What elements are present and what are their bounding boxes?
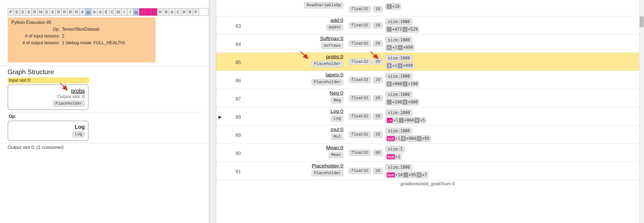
probs-node-link[interactable]: probs [71,88,85,94]
tensor-row[interactable]: 87Neg:0Negfloat322Dsize:1000-×100 0×900 [216,89,639,107]
tensor-name-link[interactable]: Neg:0 [329,90,343,96]
row-number: 86 [226,72,250,84]
tensor-row[interactable]: 91Placeholder:0Placeholderfloat322Dsize:… [216,162,639,180]
count-tag: - [387,100,392,105]
timeline-cell[interactable]: R [157,8,163,15]
tensor-name-link[interactable]: Softmax:0 [320,36,343,42]
tensor-name-link[interactable]: Placeholder:0 [312,163,343,169]
row-number: 87 [226,90,250,102]
panel-divider[interactable] [209,0,216,223]
tensor-row[interactable]: 86labels:0Placeholderfloat322Dsize:10000… [216,71,639,89]
tensor-name-link[interactable]: labels:0 [326,72,344,78]
timeline-cell[interactable]: R [62,8,68,15]
expand-toggle[interactable] [218,163,226,169]
tensor-row[interactable]: ▶88Log:0Logfloat322Dsize:1000-∞×1 -×994 … [216,107,639,125]
stats-cell: size:10000×1 +×999 [385,37,414,51]
op-type-chip[interactable]: Softmax [321,43,343,49]
timeline-cell[interactable]: m [133,8,139,15]
row-number: 85 [226,54,250,65]
timeline-cell[interactable]: S [20,8,26,15]
expand-toggle[interactable] [218,17,226,23]
tensor-name-link[interactable]: Mean:0 [326,145,343,151]
timeline-cell[interactable]: R [56,8,62,15]
tensor-name-cell: probs:0Placeholder [250,54,346,67]
tensor-name-link[interactable]: probs:0 [326,54,343,60]
timeline-cell[interactable]: C [175,8,181,15]
expand-toggle[interactable] [218,1,226,7]
expand-toggle[interactable]: ▶ [218,108,226,120]
timeline-cell[interactable]: M [115,8,121,15]
count-value: ×10 [395,172,403,177]
stats-cell: size:1000-×471 +×529 [385,18,419,33]
tensor-name-cell: Neg:0Neg [250,90,346,103]
input-node-box[interactable]: probs Output slot: 0 Placeholder [8,84,89,110]
op-type-chip[interactable]: ReadVariableOp [304,2,343,8]
dimension-chip: 2D [373,40,383,47]
timeline-cell[interactable]: R [187,8,193,15]
probs-op-chip[interactable]: Placeholder [53,100,85,107]
op-chip[interactable]: Log [73,131,85,137]
timeline-cell[interactable]: A [98,8,103,15]
expand-toggle[interactable] [218,54,226,60]
timeline-cell[interactable]: m [86,8,92,15]
op-type-chip[interactable]: AddV2 [326,24,343,31]
timeline-cell[interactable]: I [127,8,133,15]
row-number: 90 [226,145,250,156]
timeline-cell[interactable]: A [169,8,175,15]
tensor-row[interactable]: ReadVariableOpfloat321D+×10 [216,0,639,16]
timeline-cell[interactable]: M [38,8,44,15]
tensor-row[interactable]: 83add:0AddV2float322Dsize:1000-×471 +×52… [216,16,639,34]
tensor-name-link[interactable]: Log:0 [330,108,343,114]
expand-toggle[interactable] [218,145,226,151]
count-value: ×529 [408,27,418,32]
expand-toggle[interactable] [218,127,226,133]
timeline-cell[interactable]: ! [139,8,145,15]
op-type-chip[interactable]: Neg [331,97,343,103]
timeline-cell[interactable]: S [14,8,20,15]
timeline-cell[interactable]: S [26,8,32,15]
timeline-cell[interactable]: - [151,8,157,15]
tensor-name-cell: Softmax:0Softmax [250,36,346,49]
op-section-label: Op: [8,112,201,120]
timeline-cell[interactable]: A [92,8,98,15]
tensor-name-link[interactable]: mul:0 [331,127,343,133]
timeline-cell[interactable]: S [44,8,50,15]
timeline-cell[interactable]: R [74,8,80,15]
tensor-row[interactable]: 89mul:0Mulfloat322Dsize:1000NaN×1 0×904 … [216,125,639,144]
size-chip: size:1000 [385,128,412,134]
detail-label: Op: [11,26,62,33]
tensor-row[interactable]: 84Softmax:0Softmaxfloat322Dsize:10000×1 … [216,34,639,53]
timeline-cell[interactable]: R [68,8,74,15]
timeline-cell[interactable]: S [50,8,56,15]
op-type-chip[interactable]: Mean [329,152,343,158]
timeline-cell[interactable]: R [32,8,38,15]
tensor-row[interactable]: 90Mean:0Meanfloat320Dsize:1NaN×1 [216,144,639,162]
timeline-cell[interactable]: R [181,8,187,15]
timeline-cell[interactable]: C [109,8,115,15]
tensor-name-cell: Mean:0Mean [250,145,346,158]
op-type-chip[interactable]: Placeholder [312,170,343,176]
op-node-box[interactable]: Log Log [8,121,89,141]
tensor-row[interactable]: 85probs:0Placeholderfloat322Dsize:10000×… [216,53,639,71]
op-type-chip[interactable]: Placeholder [312,79,343,85]
timeline-cell[interactable]: A [80,8,86,15]
timeline-cell[interactable]: E [103,8,109,15]
expand-toggle[interactable] [218,36,226,42]
expand-toggle[interactable] [218,90,226,96]
timeline-cell[interactable]: P [8,8,14,15]
op-type-chip[interactable]: Log [331,115,343,122]
tensor-name-link[interactable]: add:0 [330,17,343,23]
timeline-cell[interactable]: R [163,8,169,15]
count-value: ×999 [403,45,413,50]
op-type-chip[interactable]: Mul [331,134,343,140]
count-value: ×904 [406,136,416,141]
timeline-cell[interactable]: I [121,8,127,15]
detail-label: # of input tensors: [11,33,62,40]
timeline-cell[interactable]: F [193,8,199,15]
scrollbar-thumb[interactable] [640,16,644,27]
dtype-chip: float32 [349,95,371,101]
op-type-chip[interactable]: Placeholder [312,61,343,67]
timeline-cell[interactable]: - [145,8,151,15]
vertical-scrollbar[interactable] [639,0,644,223]
expand-toggle[interactable] [218,72,226,78]
